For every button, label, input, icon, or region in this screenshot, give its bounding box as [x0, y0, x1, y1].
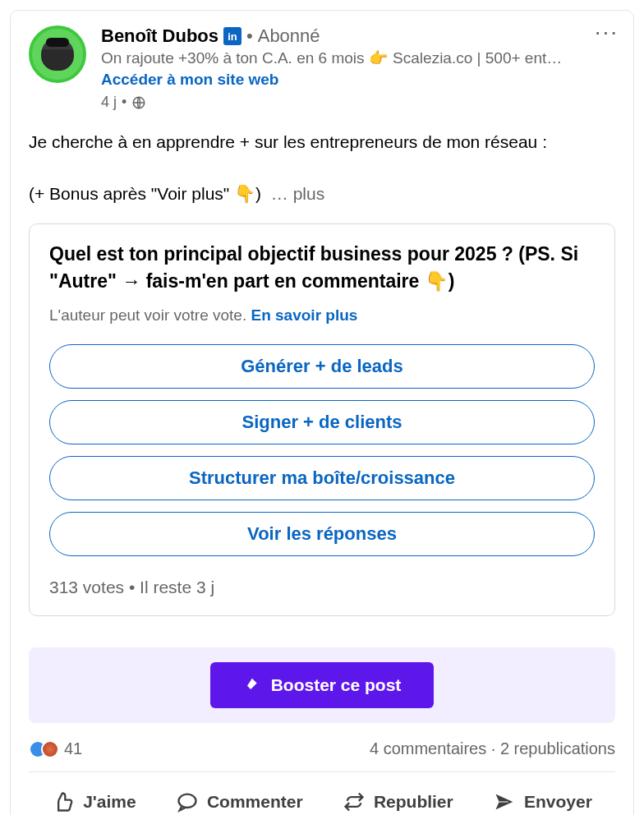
reactions-count: 41 [64, 739, 82, 758]
repost-label: Republier [374, 792, 453, 812]
send-label: Envoyer [524, 792, 592, 812]
reaction-icons [29, 740, 59, 758]
poll-stats: 313 votes • Il reste 3 j [49, 578, 595, 597]
poll-learn-more-link[interactable]: En savoir plus [251, 306, 358, 324]
post-timestamp: 4 j [101, 94, 117, 111]
comments-count-link[interactable]: 4 commentaires [370, 739, 486, 757]
comment-button[interactable]: Commenter [166, 784, 313, 815]
actions-row: J'aime Commenter Republier Envoyer [29, 772, 615, 815]
poll-option[interactable]: Signer + de clients [49, 400, 595, 444]
poll-options: Générer + de leads Signer + de clients S… [49, 344, 595, 556]
poll-option[interactable]: Structurer ma boîte/croissance [49, 456, 595, 500]
heart-reaction-icon [41, 740, 59, 758]
repost-button[interactable]: Republier [333, 784, 463, 815]
comment-icon [176, 790, 199, 813]
post-text-line: Je cherche à en apprendre + sur les entr… [29, 129, 615, 155]
poll-question: Quel est ton principal objectif business… [49, 241, 595, 296]
boost-container: Booster ce post [29, 647, 615, 723]
linkedin-badge-icon: in [223, 27, 242, 45]
send-button[interactable]: Envoyer [483, 784, 602, 815]
boost-label: Booster ce post [271, 675, 402, 695]
thumbs-up-icon [52, 790, 75, 813]
rocket-icon [243, 677, 260, 693]
svg-point-1 [178, 794, 196, 808]
follower-status: Abonné [258, 25, 320, 47]
separator: • [122, 94, 126, 111]
post-card: Benoît Dubos in • Abonné On rajoute +30%… [10, 10, 634, 815]
send-icon [493, 790, 516, 813]
poll-card: Quel est ton principal objectif business… [29, 223, 615, 617]
comment-label: Commenter [207, 792, 303, 812]
globe-icon [131, 95, 146, 110]
reactions-row: 41 4 commentaires · 2 republications [29, 739, 615, 758]
comments-reposts: 4 commentaires · 2 republications [370, 739, 615, 758]
post-meta: 4 j • [101, 94, 615, 111]
poll-note-text: L'auteur peut voir votre vote. [49, 306, 251, 324]
separator: · [486, 739, 500, 757]
separator: • [246, 25, 253, 47]
like-button[interactable]: J'aime [42, 784, 146, 815]
post-body: Je cherche à en apprendre + sur les entr… [29, 129, 615, 207]
see-more-button[interactable]: … plus [271, 184, 324, 203]
more-options-button[interactable]: ··· [595, 21, 619, 44]
poll-option[interactable]: Voir les réponses [49, 512, 595, 556]
poll-privacy-note: L'auteur peut voir votre vote. En savoir… [49, 306, 595, 325]
boost-post-button[interactable]: Booster ce post [210, 662, 435, 708]
header-info: Benoît Dubos in • Abonné On rajoute +30%… [101, 25, 615, 111]
post-text-line: (+ Bonus après "Voir plus" 👇) [29, 184, 261, 203]
author-name[interactable]: Benoît Dubos [101, 25, 218, 47]
author-headline: On rajoute +30% à ton C.A. en 6 mois 👉 S… [101, 48, 615, 67]
like-label: J'aime [83, 792, 136, 812]
reposts-count-link[interactable]: 2 republications [500, 739, 615, 757]
post-header: Benoît Dubos in • Abonné On rajoute +30%… [29, 25, 615, 111]
repost-icon [343, 790, 366, 813]
author-website-link[interactable]: Accéder à mon site web [101, 71, 615, 89]
author-avatar[interactable] [29, 25, 86, 83]
name-line: Benoît Dubos in • Abonné [101, 25, 615, 47]
reactions-summary[interactable]: 41 [29, 739, 82, 758]
poll-option[interactable]: Générer + de leads [49, 344, 595, 389]
